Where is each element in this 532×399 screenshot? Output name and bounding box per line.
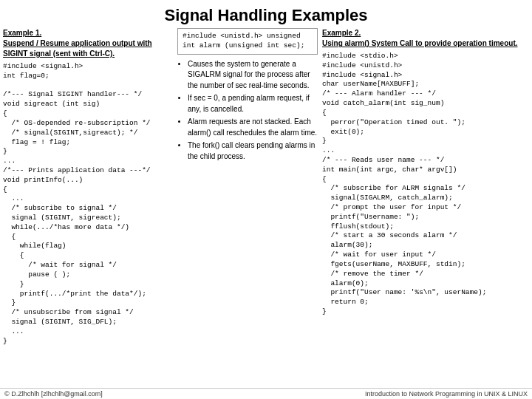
bullet-item-2: If sec = 0, a pending alarm request, if … [188, 93, 318, 115]
footer-right: Introduction to Network Programming in U… [365, 390, 528, 398]
left-example-title: Example 1. Suspend / Resume application … [3, 28, 173, 59]
bullet-item-3: Alarm requests are not stacked. Each ala… [188, 117, 318, 138]
alarm-signature-box: #include <unistd.h> unsigned int alarm (… [177, 28, 318, 55]
right-code: #include <stdio.h> #include <unistd.h> #… [322, 52, 529, 317]
middle-panel: #include <unistd.h> unsigned int alarm (… [177, 28, 318, 385]
right-panel: Example 2. Using alarm() System Call to … [322, 28, 529, 385]
right-example-title: Example 2. Using alarm() System Call to … [322, 28, 529, 49]
page-title: Signal Handling Examples [0, 0, 532, 28]
left-code: #include <signal.h> int flag=0; /*--- Si… [3, 62, 173, 346]
main-content: Example 1. Suspend / Resume application … [0, 28, 532, 388]
alarm-description-list: Causes the system to generate a SIGALRM … [177, 59, 318, 163]
left-panel: Example 1. Suspend / Resume application … [3, 28, 173, 385]
footer: © D.Zlhchlh [zlhchlh@gmail.com] Introduc… [0, 388, 532, 399]
bullet-item-4: The fork() call clears pending alarms in… [188, 140, 318, 162]
footer-left: © D.Zlhchlh [zlhchlh@gmail.com] [4, 390, 103, 398]
bullet-item-1: Causes the system to generate a SIGALRM … [188, 59, 318, 92]
page-container: Signal Handling Examples Example 1. Susp… [0, 0, 532, 399]
